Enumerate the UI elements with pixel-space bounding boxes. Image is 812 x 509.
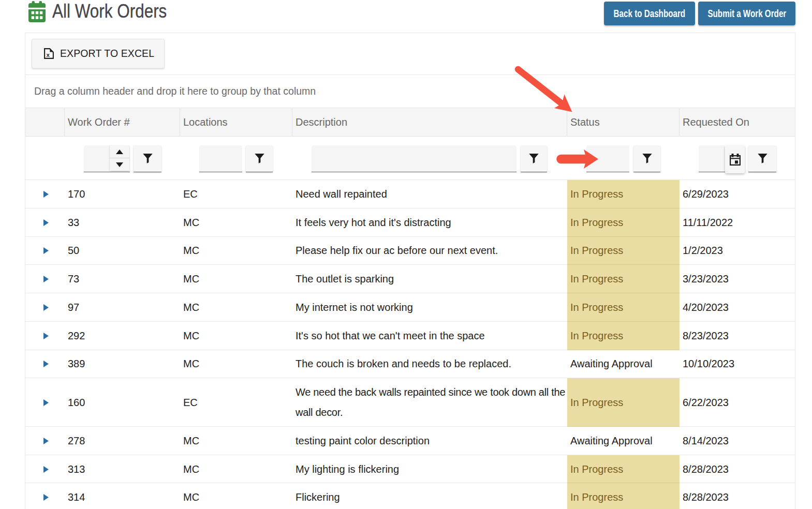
svg-text:x: x <box>47 52 50 58</box>
